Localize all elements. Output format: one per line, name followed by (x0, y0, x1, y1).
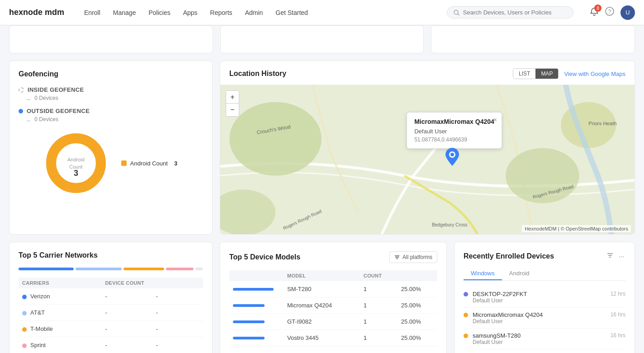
carrier-val2: - (152, 288, 203, 305)
carrier-val1: - (101, 305, 152, 321)
tab-windows[interactable]: Windows (464, 267, 502, 280)
nav-apps[interactable]: Apps (178, 6, 203, 19)
help-button[interactable]: ? (605, 7, 614, 18)
svg-point-10 (229, 102, 322, 176)
legend-android: Android Count 3 (121, 160, 177, 167)
carrier-table: CARRIERS DEVICE COUNT Verizon - - AT&T -… (19, 278, 203, 353)
inside-geofence-icon (19, 87, 24, 93)
recently-enrolled-card: Recently Enrolled Devices ··· Windows An… (454, 242, 635, 353)
legend-android-value: 3 (174, 160, 177, 167)
device-models-title: Top 5 Device Models (229, 253, 300, 261)
nav-enroll[interactable]: Enroll (79, 6, 106, 19)
outside-geofence-icon (19, 109, 23, 113)
device-table-row: GT-I9082 1 25.00% (229, 314, 437, 330)
device-bar (233, 304, 265, 307)
bottom-row: Top 5 Carrier Networks CARRIERS DEVICE C… (9, 242, 635, 353)
avatar[interactable]: U (620, 5, 635, 20)
nav-right: 8 ? U (590, 5, 635, 20)
enrolled-header: Recently Enrolled Devices ··· (464, 251, 625, 261)
carrier-name: T-Mobile (19, 321, 101, 337)
device-pct: 25.00% (398, 330, 437, 346)
nav-policies[interactable]: Policies (143, 6, 175, 19)
enrolled-more-button[interactable]: ··· (618, 251, 625, 261)
search-input[interactable] (463, 9, 567, 16)
inside-geofence-count: 0 Devices (27, 95, 203, 101)
carrier-networks-title: Top 5 Carrier Networks (19, 251, 203, 259)
device-model-name: Micromax Q4204 (284, 297, 360, 314)
legend-android-color (121, 160, 127, 166)
enrolled-dot (464, 313, 468, 317)
enrolled-time: 16 hrs (611, 311, 625, 318)
device-count: 1 (360, 281, 398, 297)
donut-area: Android Count 3 Android Count 3 (19, 132, 203, 195)
svg-line-1 (458, 14, 459, 15)
device-bar-cell (229, 297, 284, 314)
device-pct: 25.00% (398, 281, 437, 297)
legend-android-label: Android Count (130, 160, 168, 167)
outside-geofence-item: OUTSIDE GEOFENCE 0 Devices (19, 108, 203, 122)
device-pct: 25.00% (398, 314, 437, 330)
nav-reports[interactable]: Reports (205, 6, 238, 19)
device-table-row: Vostro 3445 1 25.00% (229, 330, 437, 346)
carrier-table-row: Sprint - - (19, 337, 203, 353)
view-google-maps-link[interactable]: View with Google Maps (564, 71, 625, 77)
notification-count: 8 (594, 5, 601, 12)
device-bar-cell (229, 330, 284, 346)
enrolled-info: DESKTOP-22F2FKT Default User (473, 291, 606, 304)
carrier-networks-card: Top 5 Carrier Networks CARRIERS DEVICE C… (9, 242, 213, 353)
nav-admin[interactable]: Admin (240, 6, 269, 19)
device-count: 1 (360, 330, 398, 346)
placeholder-card-3 (431, 25, 635, 53)
svg-text:Android: Android (67, 157, 85, 162)
enrolled-info: MicromaxMicromax Q4204 Default User (473, 311, 606, 325)
nav-manage[interactable]: Manage (108, 6, 142, 19)
device-models-card: Top 5 Device Models All platforms MODEL (220, 242, 447, 353)
notifications-bell[interactable]: 8 (590, 7, 599, 18)
all-platforms-filter[interactable]: All platforms (389, 251, 437, 263)
zoom-out-button[interactable]: − (226, 104, 239, 116)
tooltip-coords: 51.087784,0.4496639 (414, 136, 494, 143)
tab-list[interactable]: LIST (513, 69, 535, 79)
placeholder-card-1 (9, 25, 213, 53)
filter-icon-enrolled (607, 252, 613, 259)
nav-get-started[interactable]: Get Started (270, 6, 313, 19)
enrolled-tabs: Windows Android (464, 267, 625, 281)
tab-android[interactable]: Android (502, 267, 537, 280)
map-tooltip: × MicromaxMicromax Q4204 Default User 51… (407, 112, 502, 149)
tab-map[interactable]: MAP (535, 69, 558, 79)
enrolled-device-item: MicromaxMicromax Q4204 Default User 16 h… (464, 308, 625, 329)
all-platforms-label: All platforms (402, 254, 432, 260)
device-model-name: SM-T280 (284, 281, 360, 297)
device-model-name: GT-I9082 (284, 314, 360, 330)
tooltip-close-button[interactable]: × (493, 116, 497, 123)
enrolled-filter-button[interactable] (606, 251, 614, 261)
carrier-val2: - (152, 337, 203, 353)
inside-geofence-label: INSIDE GEOFENCE (28, 86, 84, 93)
inside-geofence-item: INSIDE GEOFENCE 0 Devices (19, 86, 203, 101)
device-table-row: Micromax Q4204 1 25.00% (229, 297, 437, 314)
enrolled-device-user: Default User (473, 297, 606, 304)
outside-geofence-label: OUTSIDE GEOFENCE (27, 108, 90, 114)
zoom-in-button[interactable]: + (226, 91, 239, 104)
enrolled-device-item: samsungSM-T280 Default User 16 hrs (464, 329, 625, 349)
enrolled-dot (464, 334, 468, 338)
tooltip-device-name: MicromaxMicromax Q4204 (414, 118, 494, 125)
tooltip-user: Default User (414, 128, 494, 135)
device-bar (233, 320, 265, 323)
carrier-bar-other (195, 268, 203, 270)
carrier-val2: - (152, 321, 203, 337)
device-models-header: Top 5 Device Models All platforms (229, 251, 437, 263)
svg-text:3: 3 (74, 169, 78, 178)
device-bar (233, 288, 274, 291)
enrolled-time: 16 hrs (611, 332, 625, 339)
enrolled-time: 12 hrs (611, 291, 625, 297)
carrier-bar-verizon (19, 268, 74, 270)
svg-text:Bedgebury Cross: Bedgebury Cross (432, 222, 467, 227)
carrier-name: AT&T (19, 305, 101, 321)
enrolled-dot (464, 292, 468, 297)
search-icon (454, 9, 459, 16)
svg-point-5 (51, 138, 101, 188)
geofencing-card: Geofencing INSIDE GEOFENCE 0 Devices OUT… (9, 61, 213, 235)
device-pct: 25.00% (398, 297, 437, 314)
middle-row: Geofencing INSIDE GEOFENCE 0 Devices OUT… (9, 61, 635, 235)
